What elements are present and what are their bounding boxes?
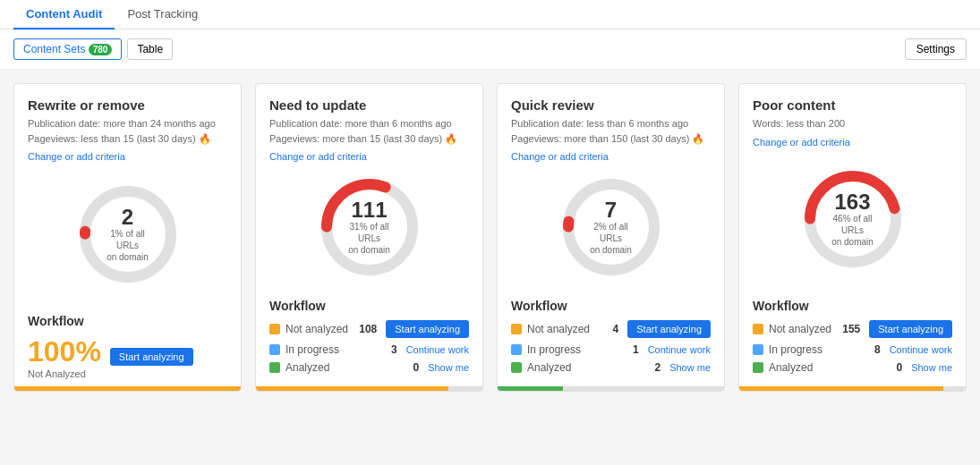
wf-action[interactable]: Show me xyxy=(911,361,952,374)
workflow-title: Workflow xyxy=(269,299,469,313)
workflow-action-link-2[interactable]: Show me xyxy=(669,362,711,373)
wf-count: 155 xyxy=(838,323,860,335)
donut-chart: 7 2% of all URLson domain xyxy=(558,173,665,281)
wf-action[interactable]: Continue work xyxy=(648,343,711,356)
content-sets-tab[interactable]: Content Sets 780 xyxy=(13,38,122,60)
dot-orange xyxy=(753,324,763,334)
toolbar: Content Sets 780 Table Settings xyxy=(0,30,980,70)
card-poor: Poor content Words: less than 200 Change… xyxy=(738,83,967,392)
settings-button[interactable]: Settings xyxy=(905,38,967,60)
workflow-row: Analyzed 0 Show me xyxy=(753,361,952,374)
workflow-row: Analyzed 2 Show me xyxy=(511,361,711,374)
wf-label: Analyzed xyxy=(769,361,874,374)
card-subtitle: Publication date: more than 6 months ago… xyxy=(269,116,469,165)
chart-area: 163 46% of all URLson domain xyxy=(753,149,952,290)
card-subtitle: Publication date: more than 24 months ag… xyxy=(28,116,227,165)
wf-count: 8 xyxy=(858,343,881,356)
wf-action[interactable]: Continue work xyxy=(406,343,469,356)
dot-orange xyxy=(511,324,522,334)
top-tab-content-audit[interactable]: Content Audit xyxy=(13,0,115,30)
wf-label: Analyzed xyxy=(285,361,391,374)
workflow-action-link-1[interactable]: Continue work xyxy=(890,344,952,355)
bottom-bar xyxy=(14,386,241,391)
dot-blue xyxy=(269,344,280,355)
wf-label: In progress xyxy=(527,343,611,356)
start-analyzing-button[interactable]: Start analyzing xyxy=(386,320,469,338)
workflow-row: In progress 8 Continue work xyxy=(753,343,952,356)
workflow-row: Analyzed 0 Show me xyxy=(269,361,469,374)
big-percent-label: Not Analyzed xyxy=(28,368,101,379)
wf-count: 4 xyxy=(596,323,618,335)
table-tab[interactable]: Table xyxy=(127,38,173,60)
wf-count: 3 xyxy=(375,343,397,356)
wf-action[interactable]: Show me xyxy=(669,361,711,374)
wf-count: 1 xyxy=(617,343,639,356)
workflow-section: Workflow Not analyzed 4 Start analyzing … xyxy=(511,299,711,379)
wf-label: Not analyzed xyxy=(527,323,591,335)
wf-action[interactable]: Start analyzing xyxy=(627,320,711,338)
donut-label: 31% of all URLson domain xyxy=(343,220,396,255)
bottom-bar xyxy=(498,386,724,391)
start-analyzing-button[interactable]: Start analyzing xyxy=(627,320,711,338)
change-criteria-link[interactable]: Change or add criteria xyxy=(753,135,850,150)
chart-area: 2 1% of all URLson domain xyxy=(28,165,227,305)
card-rewrite: Rewrite or remove Publication date: more… xyxy=(13,83,242,392)
wf-count: 2 xyxy=(638,361,660,374)
card-quick: Quick review Publication date: less than… xyxy=(497,83,725,392)
bottom-bar xyxy=(739,386,966,391)
workflow-action-link-2[interactable]: Show me xyxy=(911,362,952,373)
dot-orange xyxy=(269,324,280,334)
workflow-section: Workflow 100% Not Analyzed Start analyzi… xyxy=(28,314,227,379)
workflow-action-link-1[interactable]: Continue work xyxy=(648,344,711,355)
wf-count: 0 xyxy=(396,361,419,374)
top-tab-post-tracking[interactable]: Post Tracking xyxy=(115,0,210,30)
card-title: Quick review xyxy=(511,97,711,113)
bottom-bar xyxy=(256,386,482,391)
wf-action[interactable]: Show me xyxy=(428,361,469,374)
donut-chart: 111 31% of all URLson domain xyxy=(316,173,423,281)
wf-label: Not analyzed xyxy=(285,323,349,335)
wf-count: 0 xyxy=(880,361,902,374)
donut-label: 46% of all URLson domain xyxy=(826,213,880,248)
donut-number: 111 xyxy=(343,199,396,220)
workflow-title: Workflow xyxy=(28,314,227,328)
change-criteria-link[interactable]: Change or add criteria xyxy=(269,149,367,165)
workflow-section: Workflow Not analyzed 155 Start analyzin… xyxy=(753,299,952,379)
chart-area: 111 31% of all URLson domain xyxy=(269,165,469,290)
change-criteria-link[interactable]: Change or add criteria xyxy=(511,149,609,165)
dot-blue xyxy=(753,344,763,355)
wf-action[interactable]: Continue work xyxy=(890,343,952,356)
donut-label: 1% of all URLson domain xyxy=(101,228,155,263)
donut-center: 7 2% of all URLson domain xyxy=(584,199,638,255)
content-sets-label: Content Sets xyxy=(23,43,85,55)
wf-action[interactable]: Start analyzing xyxy=(869,320,952,338)
donut-chart: 163 46% of all URLson domain xyxy=(799,165,907,273)
wf-action[interactable]: Start analyzing xyxy=(386,320,469,338)
workflow-action-link-2[interactable]: Show me xyxy=(428,362,469,373)
workflow-big-row: 100% Not Analyzed Start analyzing xyxy=(28,335,227,379)
workflow-action-link-1[interactable]: Continue work xyxy=(406,344,469,355)
content-sets-badge: 780 xyxy=(89,44,113,55)
top-tabs-bar: Content AuditPost Tracking xyxy=(0,0,980,30)
donut-number: 7 xyxy=(584,199,638,220)
big-percent: 100% xyxy=(28,335,101,368)
change-criteria-link[interactable]: Change or add criteria xyxy=(28,149,125,165)
dot-green xyxy=(269,362,280,373)
card-subtitle: Publication date: less than 6 months ago… xyxy=(511,116,711,165)
donut-label: 2% of all URLson domain xyxy=(584,220,638,255)
start-analyzing-button[interactable]: Start analyzing xyxy=(110,348,193,366)
card-title: Need to update xyxy=(269,97,469,113)
donut-number: 163 xyxy=(826,191,880,213)
dot-blue xyxy=(511,344,522,355)
workflow-row: In progress 3 Continue work xyxy=(269,343,469,356)
workflow-row: In progress 1 Continue work xyxy=(511,343,711,356)
cards-area: Rewrite or remove Publication date: more… xyxy=(0,70,980,405)
start-analyzing-button[interactable]: Start analyzing xyxy=(869,320,952,338)
donut-number: 2 xyxy=(101,207,155,228)
toolbar-left: Content Sets 780 Table xyxy=(13,38,173,60)
workflow-section: Workflow Not analyzed 108 Start analyzin… xyxy=(269,299,469,379)
donut-center: 111 31% of all URLson domain xyxy=(343,199,396,255)
workflow-row: Not analyzed 4 Start analyzing xyxy=(511,320,711,338)
workflow-row: Not analyzed 108 Start analyzing xyxy=(269,320,469,338)
donut-center: 163 46% of all URLson domain xyxy=(826,191,880,248)
